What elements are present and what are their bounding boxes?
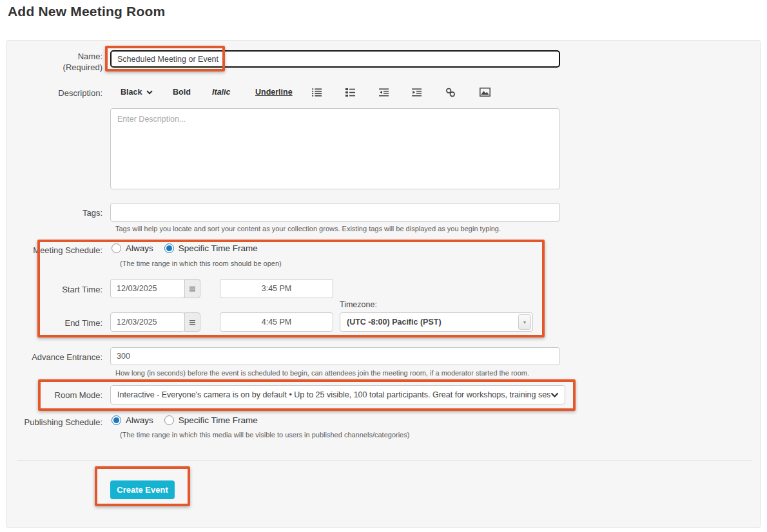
tags-input[interactable] <box>110 203 560 222</box>
publishing-schedule-label: Publishing Schedule: <box>7 417 102 428</box>
timezone-value: (UTC -8:00) Pacific (PST) <box>340 318 532 327</box>
start-date-calendar-button[interactable] <box>184 279 200 298</box>
publishing-schedule-always-radio[interactable] <box>112 415 121 425</box>
end-date-calendar-button[interactable] <box>184 312 200 332</box>
publishing-schedule-always-label[interactable]: Always <box>126 415 153 425</box>
publishing-schedule-helper: (The time range in which this media will… <box>120 431 409 439</box>
start-time-input[interactable] <box>220 279 333 298</box>
end-time-label: End Time: <box>7 318 102 328</box>
text-color-dropdown[interactable]: Black <box>121 84 153 100</box>
timezone-label: Timezone: <box>340 300 377 309</box>
tags-helper: Tags will help you locate and sort your … <box>115 225 501 233</box>
chevron-down-icon <box>146 90 153 95</box>
outdent-icon[interactable] <box>379 84 389 100</box>
room-mode-label: Room Mode: <box>7 390 102 401</box>
meeting-schedule-always-label[interactable]: Always <box>126 243 153 253</box>
name-label: Name: (Required) <box>7 51 102 73</box>
unordered-list-icon[interactable] <box>312 84 322 100</box>
meeting-schedule-specific-radio[interactable] <box>164 243 174 253</box>
name-input[interactable] <box>110 50 560 68</box>
advance-entrance-helper: How long (in seconds) before the event i… <box>115 369 529 377</box>
calendar-icon <box>189 283 195 294</box>
create-event-button[interactable]: Create Event <box>110 480 175 499</box>
tags-label: Tags: <box>7 207 102 218</box>
meeting-schedule-label: Meeting Schedule: <box>7 245 102 256</box>
advance-entrance-label: Advance Entrance: <box>7 352 102 363</box>
page-title: Add New Meeting Room <box>8 4 165 19</box>
publishing-schedule-specific-radio[interactable] <box>164 415 174 425</box>
indent-icon[interactable] <box>412 84 422 100</box>
timezone-dropdown-arrow-icon[interactable]: ▼ <box>518 314 531 330</box>
advance-entrance-input[interactable] <box>110 347 560 365</box>
timezone-select[interactable]: (UTC -8:00) Pacific (PST) ▼ <box>340 312 533 332</box>
room-mode-value: Interactive - Everyone's camera is on by… <box>111 390 550 399</box>
text-color-label: Black <box>121 88 142 97</box>
calendar-icon <box>189 316 195 328</box>
meeting-schedule-specific-label[interactable]: Specific Time Frame <box>179 243 258 253</box>
block-list-icon[interactable] <box>345 84 355 100</box>
end-time-input[interactable] <box>220 312 333 332</box>
description-textarea[interactable] <box>110 108 560 189</box>
start-date-input[interactable] <box>110 279 185 298</box>
publishing-schedule-options: Always Specific Time Frame <box>112 415 269 425</box>
add-meeting-room-form: Name: (Required) Description: Black Bold… <box>6 40 761 528</box>
italic-button[interactable]: Italic <box>212 84 231 100</box>
name-required-label: (Required) <box>7 62 102 73</box>
image-icon[interactable] <box>480 84 490 100</box>
publishing-schedule-specific-label[interactable]: Specific Time Frame <box>179 415 258 425</box>
meeting-schedule-always-radio[interactable] <box>112 243 121 253</box>
meeting-schedule-options: Always Specific Time Frame <box>112 243 269 253</box>
chevron-down-icon <box>550 392 565 398</box>
underline-button[interactable]: Underline <box>255 84 293 100</box>
description-label: Description: <box>7 88 102 99</box>
room-mode-select[interactable]: Interactive - Everyone's camera is on by… <box>110 385 565 404</box>
end-date-input[interactable] <box>110 312 185 332</box>
link-icon[interactable] <box>445 84 456 100</box>
meeting-schedule-helper: (The time range in which this room shoul… <box>120 260 282 267</box>
start-time-label: Start Time: <box>7 284 102 295</box>
bold-button[interactable]: Bold <box>173 84 191 100</box>
section-divider <box>17 460 752 461</box>
